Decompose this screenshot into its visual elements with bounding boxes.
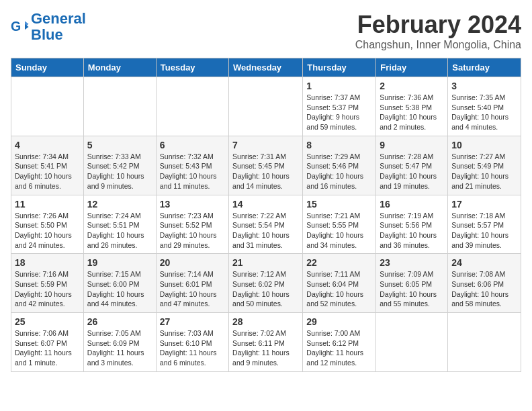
calendar-cell: 17Sunrise: 7:18 AMSunset: 5:57 PMDayligh… xyxy=(448,195,521,254)
title-block: February 2024 Changshun, Inner Mongolia,… xyxy=(355,11,521,51)
cell-content: Sunrise: 7:12 AMSunset: 6:02 PMDaylight:… xyxy=(232,269,299,309)
calendar-cell xyxy=(156,77,228,136)
day-number: 10 xyxy=(451,140,517,150)
logo-icon: G xyxy=(11,17,30,36)
cell-content: Sunrise: 7:09 AMSunset: 6:05 PMDaylight:… xyxy=(380,269,444,309)
header-friday: Friday xyxy=(376,58,448,77)
cell-content: Sunrise: 7:33 AMSunset: 5:42 PMDaylight:… xyxy=(87,152,152,191)
calendar-table: SundayMondayTuesdayWednesdayThursdayFrid… xyxy=(11,58,521,372)
day-number: 1 xyxy=(306,81,372,91)
calendar-header-row: SundayMondayTuesdayWednesdayThursdayFrid… xyxy=(11,58,521,77)
calendar-cell: 13Sunrise: 7:23 AMSunset: 5:52 PMDayligh… xyxy=(156,195,228,254)
header-thursday: Thursday xyxy=(303,58,376,77)
header-tuesday: Tuesday xyxy=(156,58,228,77)
day-number: 24 xyxy=(451,257,517,268)
logo: G General Blue xyxy=(11,11,86,43)
header-sunday: Sunday xyxy=(11,58,84,77)
cell-content: Sunrise: 7:22 AMSunset: 5:54 PMDaylight:… xyxy=(232,211,299,250)
day-number: 22 xyxy=(306,257,372,268)
logo-line2: Blue xyxy=(31,26,63,43)
cell-content: Sunrise: 7:37 AMSunset: 5:37 PMDaylight:… xyxy=(306,93,372,132)
calendar-week-1: 1Sunrise: 7:37 AMSunset: 5:37 PMDaylight… xyxy=(11,77,521,136)
calendar-cell xyxy=(11,77,84,136)
day-number: 23 xyxy=(380,257,444,268)
calendar-cell xyxy=(376,313,448,372)
calendar-cell: 25Sunrise: 7:06 AMSunset: 6:07 PMDayligh… xyxy=(11,313,84,372)
calendar-cell: 22Sunrise: 7:11 AMSunset: 6:04 PMDayligh… xyxy=(303,254,376,313)
calendar-cell: 3Sunrise: 7:35 AMSunset: 5:40 PMDaylight… xyxy=(448,77,521,136)
day-number: 3 xyxy=(451,81,517,91)
calendar-week-3: 11Sunrise: 7:26 AMSunset: 5:50 PMDayligh… xyxy=(11,195,521,254)
day-number: 7 xyxy=(232,140,299,150)
cell-content: Sunrise: 7:26 AMSunset: 5:50 PMDaylight:… xyxy=(15,211,80,250)
calendar-cell: 1Sunrise: 7:37 AMSunset: 5:37 PMDaylight… xyxy=(303,77,376,136)
cell-content: Sunrise: 7:28 AMSunset: 5:47 PMDaylight:… xyxy=(380,152,444,191)
calendar-cell xyxy=(448,313,521,372)
cell-content: Sunrise: 7:14 AMSunset: 6:01 PMDaylight:… xyxy=(160,269,225,309)
calendar-cell: 19Sunrise: 7:15 AMSunset: 6:00 PMDayligh… xyxy=(83,254,156,313)
calendar-cell: 24Sunrise: 7:08 AMSunset: 6:06 PMDayligh… xyxy=(448,254,521,313)
day-number: 8 xyxy=(306,140,372,150)
day-number: 27 xyxy=(160,316,225,327)
cell-content: Sunrise: 7:00 AMSunset: 6:12 PMDaylight:… xyxy=(306,328,372,368)
cell-content: Sunrise: 7:35 AMSunset: 5:40 PMDaylight:… xyxy=(451,93,517,132)
calendar-cell: 12Sunrise: 7:24 AMSunset: 5:51 PMDayligh… xyxy=(83,195,156,254)
calendar-cell: 26Sunrise: 7:05 AMSunset: 6:09 PMDayligh… xyxy=(83,313,156,372)
cell-content: Sunrise: 7:02 AMSunset: 6:11 PMDaylight:… xyxy=(232,328,299,368)
calendar-cell: 18Sunrise: 7:16 AMSunset: 5:59 PMDayligh… xyxy=(11,254,84,313)
header-saturday: Saturday xyxy=(448,58,521,77)
day-number: 13 xyxy=(160,199,225,210)
day-number: 19 xyxy=(87,257,152,268)
day-number: 18 xyxy=(15,257,80,268)
calendar-cell: 16Sunrise: 7:19 AMSunset: 5:56 PMDayligh… xyxy=(376,195,448,254)
day-number: 12 xyxy=(87,199,152,210)
calendar-body: 1Sunrise: 7:37 AMSunset: 5:37 PMDaylight… xyxy=(11,77,521,372)
day-number: 2 xyxy=(380,81,444,91)
calendar-cell: 21Sunrise: 7:12 AMSunset: 6:02 PMDayligh… xyxy=(229,254,303,313)
day-number: 25 xyxy=(15,316,80,327)
cell-content: Sunrise: 7:15 AMSunset: 6:00 PMDaylight:… xyxy=(87,269,152,309)
day-number: 17 xyxy=(451,199,517,210)
cell-content: Sunrise: 7:32 AMSunset: 5:43 PMDaylight:… xyxy=(160,152,225,191)
calendar-cell: 15Sunrise: 7:21 AMSunset: 5:55 PMDayligh… xyxy=(303,195,376,254)
cell-content: Sunrise: 7:24 AMSunset: 5:51 PMDaylight:… xyxy=(87,211,152,250)
calendar-cell: 6Sunrise: 7:32 AMSunset: 5:43 PMDaylight… xyxy=(156,136,228,195)
logo-line1: General xyxy=(31,10,86,27)
cell-content: Sunrise: 7:21 AMSunset: 5:55 PMDaylight:… xyxy=(306,211,372,250)
calendar-cell: 5Sunrise: 7:33 AMSunset: 5:42 PMDaylight… xyxy=(83,136,156,195)
cell-content: Sunrise: 7:05 AMSunset: 6:09 PMDaylight:… xyxy=(87,328,152,368)
cell-content: Sunrise: 7:34 AMSunset: 5:41 PMDaylight:… xyxy=(15,152,80,191)
calendar-cell: 2Sunrise: 7:36 AMSunset: 5:38 PMDaylight… xyxy=(376,77,448,136)
calendar-cell: 7Sunrise: 7:31 AMSunset: 5:45 PMDaylight… xyxy=(229,136,303,195)
calendar-cell xyxy=(229,77,303,136)
header-monday: Monday xyxy=(83,58,156,77)
calendar-cell: 23Sunrise: 7:09 AMSunset: 6:05 PMDayligh… xyxy=(376,254,448,313)
calendar-cell: 4Sunrise: 7:34 AMSunset: 5:41 PMDaylight… xyxy=(11,136,84,195)
calendar-cell: 20Sunrise: 7:14 AMSunset: 6:01 PMDayligh… xyxy=(156,254,228,313)
cell-content: Sunrise: 7:23 AMSunset: 5:52 PMDaylight:… xyxy=(160,211,225,250)
calendar-cell: 14Sunrise: 7:22 AMSunset: 5:54 PMDayligh… xyxy=(229,195,303,254)
cell-content: Sunrise: 7:11 AMSunset: 6:04 PMDaylight:… xyxy=(306,269,372,309)
day-number: 4 xyxy=(15,140,80,150)
day-number: 16 xyxy=(380,199,444,210)
calendar-week-4: 18Sunrise: 7:16 AMSunset: 5:59 PMDayligh… xyxy=(11,254,521,313)
calendar-cell: 28Sunrise: 7:02 AMSunset: 6:11 PMDayligh… xyxy=(229,313,303,372)
calendar-cell xyxy=(83,77,156,136)
calendar-cell: 27Sunrise: 7:03 AMSunset: 6:10 PMDayligh… xyxy=(156,313,228,372)
cell-content: Sunrise: 7:36 AMSunset: 5:38 PMDaylight:… xyxy=(380,93,444,132)
day-number: 20 xyxy=(160,257,225,268)
subtitle: Changshun, Inner Mongolia, China xyxy=(355,39,521,51)
day-number: 29 xyxy=(306,316,372,327)
day-number: 9 xyxy=(380,140,444,150)
cell-content: Sunrise: 7:27 AMSunset: 5:49 PMDaylight:… xyxy=(451,152,517,191)
day-number: 6 xyxy=(160,140,225,150)
day-number: 11 xyxy=(15,199,80,210)
day-number: 21 xyxy=(232,257,299,268)
main-title: February 2024 xyxy=(355,11,521,39)
day-number: 26 xyxy=(87,316,152,327)
cell-content: Sunrise: 7:08 AMSunset: 6:06 PMDaylight:… xyxy=(451,269,517,309)
cell-content: Sunrise: 7:18 AMSunset: 5:57 PMDaylight:… xyxy=(451,211,517,250)
cell-content: Sunrise: 7:06 AMSunset: 6:07 PMDaylight:… xyxy=(15,328,80,368)
calendar-cell: 9Sunrise: 7:28 AMSunset: 5:47 PMDaylight… xyxy=(376,136,448,195)
calendar-cell: 29Sunrise: 7:00 AMSunset: 6:12 PMDayligh… xyxy=(303,313,376,372)
